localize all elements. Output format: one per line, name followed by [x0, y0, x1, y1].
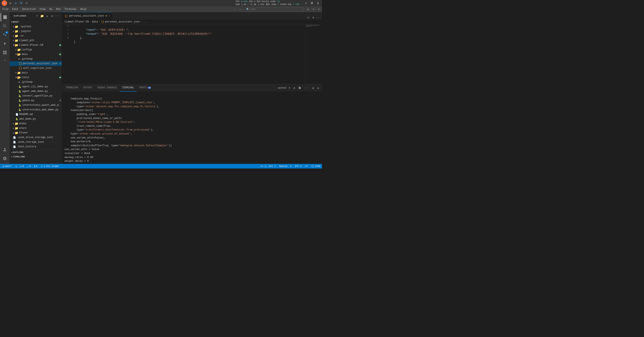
sidebar-item-aide-storage[interactable]: 📄 .aide_storage_lock: [10, 140, 62, 144]
app-icon-3[interactable]: ◇: [14, 1, 18, 6]
sidebar-item-aide-drive[interactable]: 📄 .aide_drive_storage_lock: [10, 135, 62, 140]
warnings-btn[interactable]: ⚠ 0: [26, 164, 32, 169]
layout-btn-1[interactable]: ▤: [306, 7, 310, 12]
tab-debug-console[interactable]: DEBUG CONSOLE: [95, 84, 120, 92]
app-icon-2[interactable]: ↺: [8, 1, 12, 6]
kill-terminal-btn[interactable]: 🗑: [297, 86, 302, 90]
tab-close[interactable]: ✕: [108, 14, 110, 18]
tab-problems[interactable]: PROBLEMS: [64, 84, 81, 92]
collapse-btn[interactable]: ⊟: [50, 14, 54, 18]
sidebar-item-internstudio-web[interactable]: 🐍 internstudio_web_demo.py: [10, 107, 62, 112]
git-branch[interactable]: ⎇ main*: [0, 164, 14, 169]
sync-btn[interactable]: ↻: [14, 164, 19, 169]
sidebar-item-convert[interactable]: 🐍 convert_agentflan.py: [10, 94, 62, 98]
menu-selection[interactable]: Selection: [20, 7, 38, 11]
split-terminal-btn[interactable]: ⊟: [292, 86, 296, 90]
split-editor-btn[interactable]: ⊡: [306, 15, 310, 20]
nav-back[interactable]: ←: [233, 7, 237, 12]
tab-output[interactable]: OUTPUT: [81, 84, 95, 92]
sidebar-item-llama3xtuner[interactable]: ▼ 📂 Llama3-XTuner-CN: [10, 43, 62, 48]
activity-extensions[interactable]: [1, 48, 9, 57]
activity-settings[interactable]: [1, 154, 9, 163]
more-actions-btn[interactable]: ···: [55, 14, 59, 18]
titlebar-btn-3[interactable]: ℹ: [315, 1, 320, 6]
sidebar-item-web-demo[interactable]: 🐍 web_demo.py: [10, 117, 62, 121]
breadcrumb-file[interactable]: personal_assistant.json: [105, 20, 140, 23]
sidebar-item-gdata[interactable]: 🐍 gdata.py M: [10, 98, 62, 103]
app-icon-4[interactable]: V: [19, 1, 24, 6]
app-icon-5[interactable]: ⊘: [24, 1, 29, 6]
breadcrumb-llama3[interactable]: Llama3-XTuner-CN: [64, 20, 89, 23]
sidebar-item-tools[interactable]: ▼ 📂 tools: [10, 75, 62, 80]
sidebar-item-self-cognition[interactable]: {} self_cognition.json: [10, 66, 62, 71]
sidebar-item-agent-web[interactable]: 🐍 agent_web_demo.py: [10, 89, 62, 94]
editor-layout-btn[interactable]: ⊞: [311, 15, 315, 20]
terminal-name[interactable]: python: [278, 87, 286, 89]
tab-terminal[interactable]: TERMINAL: [120, 84, 137, 92]
sidebar-item-llama3pth[interactable]: ▶ 📁 llama3_pth: [10, 38, 62, 43]
sidebar-item-internstudio-quant[interactable]: 🐍 internstudio_quant_web_demo.py: [10, 103, 62, 107]
more-editor-actions[interactable]: ···: [316, 15, 320, 20]
cursor-position[interactable]: Ln 1, Col 1: [259, 164, 277, 169]
activity-source-control[interactable]: 2: [1, 31, 9, 39]
editor-code[interactable]: "input": "你好（请用中文回答）", "output": "您好，我是朱…: [70, 24, 305, 84]
encoding[interactable]: UTF-8: [293, 164, 303, 169]
sidebar-item-nv[interactable]: ▶ 📁 .nv: [10, 34, 62, 38]
activity-account[interactable]: [1, 145, 9, 154]
breadcrumb-data[interactable]: data: [92, 20, 98, 23]
info-btn[interactable]: ℹ 0: [32, 164, 39, 169]
errors-btn[interactable]: ⊘ 0: [19, 164, 26, 169]
line-endings[interactable]: LF: [303, 164, 310, 169]
sidebar-item-ipython[interactable]: ▶ 📁 .ipython: [10, 24, 62, 29]
activity-run[interactable]: [1, 40, 9, 48]
layout-btn-3[interactable]: ⊡: [316, 7, 321, 12]
refresh-btn[interactable]: ↺: [45, 14, 49, 18]
menu-edit[interactable]: Edit: [11, 7, 20, 11]
app-icon-1[interactable]: 🎯: [2, 1, 7, 6]
menu-help[interactable]: Help: [78, 7, 88, 11]
menu-view[interactable]: View: [38, 7, 47, 11]
tree-root[interactable]: ▼ ROOT: [10, 20, 62, 24]
menu-go[interactable]: Go: [48, 7, 54, 11]
menu-run[interactable]: Run: [54, 7, 62, 11]
sidebar-item-share[interactable]: ▶ 📁 share: [10, 126, 62, 131]
tab-ports[interactable]: PORTS1: [137, 84, 154, 92]
git-graph-btn[interactable]: ⬡ 1 Git Graph: [39, 164, 60, 169]
nav-forward[interactable]: →: [238, 7, 243, 12]
sidebar-item-bash-history[interactable]: 📄 .bash_history: [10, 144, 62, 149]
new-folder-btn[interactable]: 📁: [40, 14, 44, 18]
language-mode[interactable]: {} JSON: [310, 164, 322, 169]
editor-scroll[interactable]: 6 7 8 9 "input": "你好（请用中文回答）", "output":…: [62, 24, 305, 84]
menu-file[interactable]: File: [1, 7, 10, 11]
outline-section[interactable]: ▶ OUTLINE: [10, 150, 62, 154]
new-file-btn[interactable]: +: [35, 14, 39, 18]
terminal-content[interactable]: template_map_fn=dict( template='xtuner.u…: [62, 92, 322, 164]
sidebar-item-docs[interactable]: ▶ 📁 docs: [10, 71, 62, 75]
sidebar-item-jupyter[interactable]: ▶ 📁 .jupyter: [10, 29, 62, 34]
sidebar-item-gitkeep-tools[interactable]: ◆ .gitkeep: [10, 80, 62, 84]
sidebar-item-personal-assistant[interactable]: {} personal_assistant.json U: [10, 61, 62, 66]
sidebar-item-readme[interactable]: 📄 README.md: [10, 112, 62, 117]
menu-terminal[interactable]: Terminal: [63, 7, 78, 11]
tools-label: tools: [22, 76, 58, 79]
sidebar-item-model[interactable]: ▶ 📁 model: [10, 121, 62, 126]
activity-search[interactable]: [1, 22, 9, 30]
more-terminal-btn[interactable]: ···: [303, 86, 310, 90]
activity-explorer[interactable]: [1, 13, 9, 22]
titlebar-btn-2[interactable]: 🖥: [310, 1, 314, 6]
sidebar-item-gitkeep[interactable]: ◆ .gitkeep: [10, 57, 62, 61]
spaces[interactable]: Spaces: 4: [277, 164, 293, 169]
new-terminal-btn[interactable]: +: [287, 86, 292, 90]
sidebar-item-xtuner[interactable]: ▶ 📁 XTuner: [10, 131, 62, 135]
sidebar-item-configs[interactable]: ▶ 📁 configs: [10, 48, 62, 52]
maximize-panel-btn[interactable]: ∧: [311, 86, 315, 90]
layout-btn-2[interactable]: ⊞: [311, 7, 316, 12]
tab-personal-assistant[interactable]: {} personal_assistant.json ● ✕: [62, 12, 112, 20]
close-panel-btn[interactable]: ✕: [316, 86, 320, 90]
sidebar-item-agent-cli[interactable]: 🐍 agent_cli_demo.py: [10, 84, 62, 89]
activity-test[interactable]: [1, 58, 9, 66]
titlebar-btn-1[interactable]: ⬆: [304, 1, 308, 6]
search-bar[interactable]: 🔍 root: [245, 7, 304, 12]
sidebar-item-data[interactable]: ▼ 📂 data: [10, 52, 62, 57]
timeline-section[interactable]: ▶ TIMELINE: [10, 154, 62, 159]
